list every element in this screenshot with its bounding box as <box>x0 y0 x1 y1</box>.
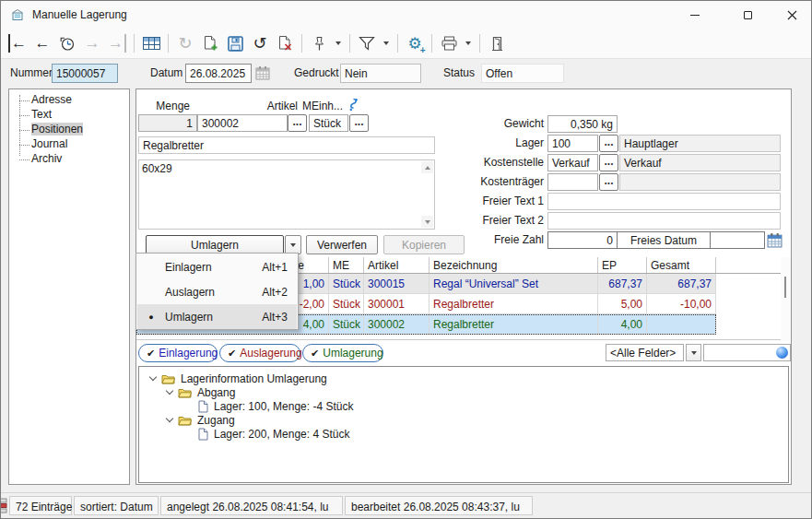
kostenstelle-lookup-button[interactable]: ... <box>599 154 618 171</box>
new-record-icon[interactable] <box>199 32 221 54</box>
column-header-filler <box>716 257 781 273</box>
filter-icon[interactable] <box>356 32 378 54</box>
freies-datum-calendar-icon[interactable] <box>767 232 783 251</box>
freier-text1-input[interactable] <box>547 193 781 210</box>
maximize-button[interactable] <box>727 1 768 29</box>
toolbar-separator <box>168 34 169 53</box>
kostentraeger-name-field <box>619 173 781 191</box>
minimize-icon <box>690 15 700 16</box>
tree-item-zugang[interactable]: Zugang <box>167 413 235 427</box>
sidebar-item-text[interactable]: Text <box>31 108 52 121</box>
delete-record-icon[interactable] <box>274 32 296 54</box>
previous-record-icon[interactable]: ← <box>31 32 53 54</box>
save-icon[interactable] <box>224 32 246 54</box>
tree-item-abgang-detail[interactable]: Lager: 100, Menge: -4 Stück <box>198 399 353 413</box>
close-button[interactable] <box>771 1 812 29</box>
bezeichnung-input[interactable]: Regalbretter <box>138 136 435 154</box>
print-icon[interactable] <box>438 32 460 54</box>
artikel-input[interactable]: 300002 <box>197 114 288 132</box>
kostenstelle-input[interactable]: Verkauf <box>547 154 598 171</box>
last-record-icon[interactable]: → <box>106 32 128 54</box>
undo-icon[interactable]: ↺ <box>249 32 271 54</box>
field-selector-arrow[interactable] <box>686 344 701 361</box>
table-vertical-scrollbar[interactable] <box>781 257 791 341</box>
toolbar-separator <box>301 34 302 53</box>
scroll-up-button[interactable] <box>421 161 433 173</box>
freies-datum-input[interactable] <box>710 231 765 249</box>
kostentraeger-lookup-button[interactable]: ... <box>599 173 618 191</box>
main-toolbar: ← ← → → ↻ ↺ ⚙+ <box>1 29 811 59</box>
filter-einlagerung-button[interactable]: ✔ Einlagerung <box>138 344 218 362</box>
filter-dropdown-arrow-icon[interactable] <box>381 32 392 54</box>
datum-input[interactable]: 26.08.2025 <box>185 64 252 83</box>
menu-item-einlagern[interactable]: Einlagern Alt+1 <box>137 254 297 279</box>
table-view-icon[interactable] <box>140 32 162 54</box>
pin-dropdown-arrow-icon[interactable] <box>333 32 344 54</box>
table-bottom-edge <box>136 335 781 340</box>
radio-bullet-icon: ● <box>137 313 165 322</box>
tree-item-abgang[interactable]: Abgang <box>167 385 235 399</box>
tree-item-zugang-detail[interactable]: Lager: 200, Menge: 4 Stück <box>198 427 349 441</box>
next-record-icon[interactable]: → <box>81 32 103 54</box>
umlagern-button[interactable]: Umlagern <box>146 235 284 254</box>
folder-icon <box>178 387 192 398</box>
meinh-input[interactable]: Stück <box>309 114 348 132</box>
lager-input[interactable]: 100 <box>547 135 598 152</box>
menu-item-auslagern[interactable]: Auslagern Alt+2 <box>137 279 297 304</box>
lager-name-field: Hauptlager <box>619 135 781 152</box>
umlagern-dropdown-menu: Einlagern Alt+1 Auslagern Alt+2 ● Umlage… <box>135 253 299 330</box>
pin-icon[interactable] <box>308 32 330 54</box>
toolbar-separator <box>349 34 350 53</box>
freier-text2-label: Freier Text 2 <box>441 214 544 227</box>
meinh-label: MEinh... <box>302 100 343 112</box>
print-dropdown-arrow-icon[interactable] <box>463 32 474 54</box>
refresh-icon[interactable]: ↻ <box>174 32 196 54</box>
artikel-lookup-button[interactable]: ... <box>288 114 307 132</box>
filter-auslagerung-button[interactable]: ✔ Auslagerung <box>219 344 300 362</box>
column-header-artikel[interactable]: Artikel <box>364 257 430 273</box>
minimize-button[interactable] <box>675 1 715 29</box>
nummer-input[interactable]: 15000057 <box>52 64 118 83</box>
datum-calendar-icon[interactable] <box>255 65 270 83</box>
sidebar-item-positionen[interactable]: Positionen <box>31 123 83 136</box>
tree-item-root[interactable]: Lagerinformation Umlagerung <box>150 372 327 385</box>
filter-umlagerung-button[interactable]: ✔ Umlagerung <box>302 344 383 362</box>
menge-input[interactable]: 1 <box>138 114 197 132</box>
sidebar-item-archiv[interactable]: Archiv <box>31 152 62 165</box>
meinh-lookup-button[interactable]: ... <box>349 114 369 132</box>
status-bar: 72 Einträge sortiert: Datum angelegt 26.… <box>1 492 811 518</box>
lager-lookup-button[interactable]: ... <box>599 135 618 152</box>
status-field: Offen <box>481 64 564 83</box>
column-header-ep[interactable]: EP <box>598 257 647 273</box>
scroll-down-button[interactable] <box>421 216 433 228</box>
freie-zahl-input[interactable]: 0 <box>547 231 618 249</box>
toolbar-separator <box>479 34 480 53</box>
exit-icon[interactable] <box>486 32 508 54</box>
folder-icon <box>178 415 192 426</box>
lager-label: Lager <box>441 136 544 149</box>
gewicht-input[interactable]: 0,350 kg <box>547 115 618 133</box>
chevron-down-icon[interactable] <box>166 415 173 422</box>
chevron-down-icon[interactable] <box>166 387 173 395</box>
verwerfen-button[interactable]: Verwerfen <box>306 235 378 254</box>
column-header-bezeichnung[interactable]: Bezeichnung <box>430 257 598 273</box>
sidebar-item-journal[interactable]: Journal <box>31 137 67 150</box>
column-header-gesamt[interactable]: Gesamt <box>647 257 716 273</box>
first-record-icon[interactable]: ← <box>6 32 29 54</box>
menu-item-umlagern[interactable]: ● Umlagern Alt+3 <box>137 304 297 329</box>
kopieren-button[interactable]: Kopieren <box>383 235 465 254</box>
field-selector-combo[interactable]: <Alle Felder> <box>606 344 684 361</box>
umlagern-dropdown-button[interactable] <box>285 235 301 254</box>
freier-text2-input[interactable] <box>547 212 781 230</box>
sidebar-item-adresse[interactable]: Adresse <box>31 93 72 106</box>
settings-add-icon[interactable]: ⚙+ <box>404 32 426 54</box>
check-icon: ✔ <box>228 348 236 360</box>
kostentraeger-input[interactable] <box>547 173 598 191</box>
chevron-down-icon[interactable] <box>149 373 157 381</box>
scrollbar-thumb[interactable] <box>784 277 786 298</box>
column-header-me[interactable]: ME <box>329 257 364 273</box>
gedruckt-field: Nein <box>340 64 421 83</box>
history-icon[interactable] <box>56 32 78 54</box>
positions-text-area[interactable]: 60x29 <box>138 159 435 230</box>
search-globe-icon[interactable] <box>776 347 788 359</box>
